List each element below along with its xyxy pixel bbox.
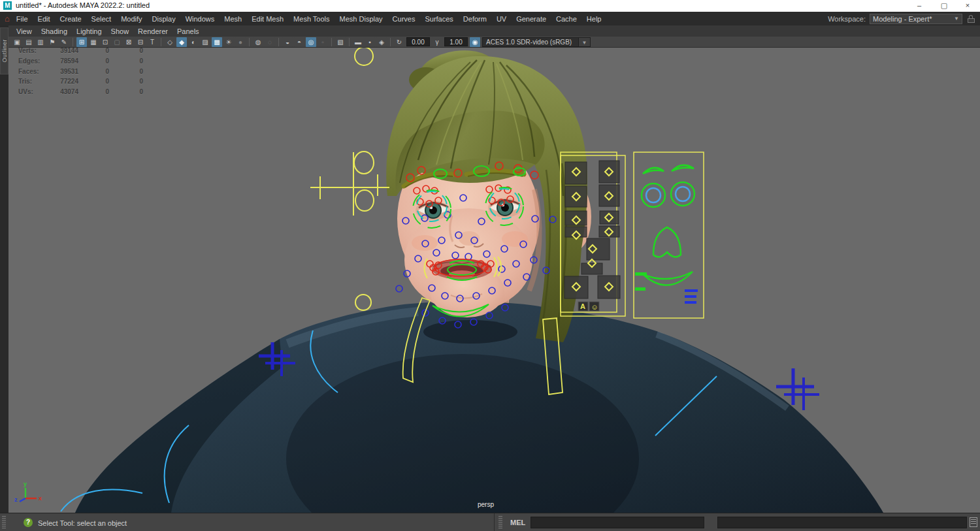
xray-joints-icon[interactable]: ▪ [365,37,375,47]
textured-icon[interactable]: ▨ [200,37,210,47]
dome-icon[interactable]: ◓ [294,37,304,47]
axis-y-label: y [24,481,27,487]
home-icon[interactable]: ⌂ [5,14,10,24]
panel-menu-shading[interactable]: Shading [41,27,67,35]
ear-panel-letter-icon[interactable]: A [580,302,585,310]
shadows-icon[interactable]: ● [235,37,246,47]
menu-generate[interactable]: Generate [516,15,546,23]
xray-icon[interactable]: ▬ [353,37,363,47]
close-button[interactable]: × [956,0,979,11]
colorspace-caret-icon[interactable]: ▼ [579,37,591,47]
lights-icon[interactable]: ☀ [223,37,234,47]
hud-verts-label: Verts: [18,48,37,54]
panel-menu-view[interactable]: View [16,27,32,35]
hud-tris-col1: 0 [99,78,109,85]
image-plane-icon[interactable]: ✎ [59,37,69,47]
statusbar-grip[interactable] [2,516,6,529]
film-gate-icon[interactable]: ▦ [88,37,99,47]
safe-title-icon[interactable]: T [147,37,157,47]
panel-menubar: View Shading Lighting Show Renderer Pane… [8,25,980,37]
menu-windows[interactable]: Windows [186,15,215,23]
hud-edges-col2: 0 [133,57,143,65]
camera-attributes-icon[interactable]: ▥ [35,37,46,47]
isolate-select-icon[interactable]: ▧ [335,37,346,47]
panel-menu-panels[interactable]: Panels [177,27,199,35]
grid-icon[interactable]: ⊞ [76,37,87,47]
depth-of-field-icon[interactable]: ◎ [306,37,316,47]
workspace-dropdown[interactable]: Modeling - Expert* [870,14,962,24]
axis-x-label: x [39,495,42,502]
restore-button[interactable]: ▢ [933,0,955,11]
gamma-icon[interactable]: γ [432,37,442,47]
mel-label[interactable]: MEL [510,519,525,526]
axis-z-label: z [14,496,18,503]
flat-shade-icon[interactable]: ◐ [188,37,199,47]
outliner-tab-label: Outliner [1,39,8,63]
titlebar: M untitled* - Autodesk MAYA 2022.2: unti… [0,0,980,12]
workspace-lock-icon[interactable] [968,15,975,23]
menu-surfaces[interactable]: Surfaces [425,15,453,23]
panel-menu-renderer[interactable]: Renderer [138,27,168,35]
window-title: untitled* - Autodesk MAYA 2022.2: untitl… [16,1,150,9]
menu-deform[interactable]: Deform [463,15,487,23]
ssao-icon[interactable]: ◍ [253,37,263,47]
wireframe-icon[interactable]: ◇ [165,37,175,47]
menu-cache[interactable]: Cache [556,15,577,23]
smooth-shade-icon[interactable]: ◆ [176,37,187,47]
ground-plane-icon[interactable]: ◒ [282,37,293,47]
minimize-button[interactable]: – [908,0,930,11]
panel-menu-lighting[interactable]: Lighting [76,27,102,35]
menu-file[interactable]: File [16,15,28,23]
camera-name-label: persp [478,501,494,508]
menu-mesh[interactable]: Mesh [224,15,242,23]
statusbar: ? Select Tool: select an object MEL [0,513,980,531]
hud-uvs-label: UVs: [18,88,33,95]
maya-logo-icon: M [3,1,12,10]
colorspace-dropdown[interactable]: ACES 1.0 SDR-video (sRGB) [482,37,579,47]
safe-action-icon[interactable]: ⊟ [135,37,146,47]
hud-faces-label: Faces: [18,68,39,75]
menu-mesh-tools[interactable]: Mesh Tools [293,15,329,23]
camera-lock-icon[interactable]: ▤ [24,37,34,47]
menu-create[interactable]: Create [60,15,82,23]
menubar: ⌂ File Edit Create Select Modify Display… [0,12,980,25]
ear-panel-smiley-icon[interactable]: ☺ [591,303,598,311]
bookmark-icon[interactable]: ⚑ [47,37,57,47]
exposure-field[interactable]: 0.00 [406,37,430,46]
gamma-field[interactable]: 1.00 [444,37,468,46]
gate-mask-icon[interactable]: ▢ [112,37,122,47]
motion-blur-icon[interactable]: ◌ [265,37,275,47]
outliner-tab[interactable]: Outliner [0,27,8,74]
panel-menu-show[interactable]: Show [111,27,129,35]
exposure-icon[interactable]: ↻ [394,37,404,47]
field-chart-icon[interactable]: ⊠ [123,37,134,47]
hud-uvs-col1: 0 [99,88,109,95]
workspace-caret-icon[interactable]: ▼ [954,16,959,22]
menu-edit[interactable]: Edit [38,15,50,23]
multisample-icon[interactable]: ▩ [212,37,222,47]
volume-icon[interactable]: ▫ [318,37,328,47]
menu-curves[interactable]: Curves [393,15,416,23]
resolution-gate-icon[interactable]: ⊡ [100,37,110,47]
menu-edit-mesh[interactable]: Edit Mesh [252,15,284,23]
hud-tris-col2: 0 [133,78,143,85]
camera-icon[interactable]: ▣ [12,37,22,47]
hud-verts-col1: 0 [99,48,109,54]
toolbar-separator [278,38,279,46]
script-editor-icon[interactable] [970,517,977,527]
maya-application-window: { "window": { "logo_letter": "M", "title… [0,0,980,531]
menu-mesh-display[interactable]: Mesh Display [340,15,383,23]
toolbar-separator [331,38,332,46]
menu-display[interactable]: Display [152,15,176,23]
hud-faces-col1: 0 [99,68,109,75]
hud-faces-col2: 0 [133,68,143,75]
color-management-icon[interactable]: ◉ [470,37,480,47]
menu-uv[interactable]: UV [497,15,506,23]
menu-help[interactable]: Help [587,15,602,23]
menu-select[interactable]: Select [91,15,112,23]
mel-command-input[interactable] [531,517,704,528]
mel-grip[interactable] [498,516,502,529]
selection-highlight-icon[interactable]: ◈ [376,37,387,47]
viewport-persp[interactable]: A ☺ [8,48,980,513]
menu-modify[interactable]: Modify [121,15,142,23]
